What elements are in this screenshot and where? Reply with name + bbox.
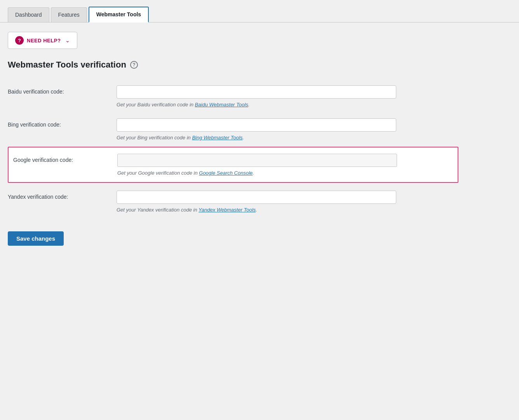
bing-link[interactable]: Bing Webmaster Tools [192,135,242,141]
bing-label: Bing verification code: [8,118,117,128]
baidu-field-cell: Get your Baidu verification code in Baid… [117,85,458,108]
page-title: Webmaster Tools verification [8,60,126,70]
yandex-link[interactable]: Yandex Webmaster Tools [199,207,256,213]
bing-field-cell: Get your Bing verification code in Bing … [117,118,458,141]
baidu-row: Baidu verification code: Get your Baidu … [8,81,458,111]
tab-webmaster-tools[interactable]: Webmaster Tools [89,7,149,23]
section-help-icon[interactable]: ? [130,61,138,69]
google-input[interactable] [117,154,397,167]
tabs-bar: Dashboard Features Webmaster Tools [0,0,519,23]
baidu-input[interactable] [117,85,396,99]
google-field-cell: Get your Google verification code in Goo… [117,154,453,176]
bing-help: Get your Bing verification code in Bing … [117,135,458,141]
save-button[interactable]: Save changes [8,231,64,246]
main-content: ? NEED HELP? ⌄ Webmaster Tools verificat… [0,23,466,261]
need-help-label: NEED HELP? [27,38,61,43]
yandex-field-cell: Get your Yandex verification code in Yan… [117,191,458,213]
yandex-input[interactable] [117,191,396,204]
yandex-label: Yandex verification code: [8,191,117,200]
yandex-row: Yandex verification code: Get your Yande… [8,186,458,216]
yandex-help: Get your Yandex verification code in Yan… [117,207,458,213]
google-row: Google verification code: Get your Googl… [8,147,458,183]
bing-row: Bing verification code: Get your Bing ve… [8,114,458,144]
section-title: Webmaster Tools verification ? [8,60,458,70]
google-label: Google verification code: [9,154,117,163]
baidu-link[interactable]: Baidu Webmaster Tools [195,102,248,108]
google-help: Get your Google verification code in Goo… [117,170,453,176]
tab-dashboard[interactable]: Dashboard [8,7,49,22]
google-link[interactable]: Google Search Console [199,170,253,176]
tab-features[interactable]: Features [51,7,87,22]
bing-input[interactable] [117,118,396,132]
baidu-help: Get your Baidu verification code in Baid… [117,102,458,108]
page-wrapper: Dashboard Features Webmaster Tools ? NEE… [0,0,519,420]
baidu-label: Baidu verification code: [8,85,117,95]
need-help-button[interactable]: ? NEED HELP? ⌄ [8,32,77,49]
chevron-down-icon: ⌄ [65,37,70,43]
help-question-icon: ? [15,36,24,45]
